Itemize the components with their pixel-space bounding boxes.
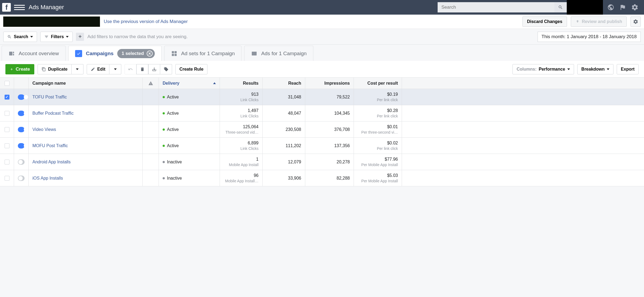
header-name[interactable]: Campaign name bbox=[29, 78, 143, 89]
create-button[interactable]: Create bbox=[5, 64, 34, 74]
globe-icon[interactable] bbox=[607, 4, 614, 11]
edit-label: Edit bbox=[97, 67, 105, 72]
table-row[interactable]: Android App Installs Inactive 1Mobile Ap… bbox=[0, 154, 644, 170]
delivery-cell: Inactive bbox=[159, 170, 220, 186]
duplicate-dropdown[interactable] bbox=[72, 64, 83, 74]
row-toggle[interactable] bbox=[14, 105, 29, 121]
table-header: Campaign name Delivery Results Reach Imp… bbox=[0, 78, 644, 89]
edit-dropdown[interactable] bbox=[109, 64, 121, 74]
review-publish-button[interactable]: Review and publish bbox=[571, 16, 627, 27]
columns-button[interactable]: Columns: Performance bbox=[512, 64, 574, 74]
row-toggle[interactable] bbox=[14, 170, 29, 186]
upload-icon bbox=[575, 19, 580, 24]
impressions-cell: 20,278 bbox=[305, 154, 354, 170]
cost-cell: $5.03Per Mobile App Install bbox=[354, 170, 402, 186]
row-toggle[interactable] bbox=[14, 121, 29, 137]
row-spacer bbox=[402, 170, 644, 186]
search-filter-button[interactable]: Search bbox=[3, 32, 37, 42]
add-filter-button[interactable]: + bbox=[76, 33, 84, 41]
tab-campaigns[interactable]: Campaigns 1 selected ✕ bbox=[68, 46, 162, 61]
campaigns-table: Campaign name Delivery Results Reach Imp… bbox=[0, 78, 644, 186]
table-row[interactable]: Buffer Podcast Traffic Active 1,497Link … bbox=[0, 105, 644, 121]
discard-changes-button[interactable]: Discard Changes bbox=[522, 16, 567, 27]
tab-account-overview[interactable]: Account overview bbox=[2, 46, 66, 61]
hamburger-icon[interactable] bbox=[14, 2, 25, 13]
campaign-name-cell[interactable]: MOFU Post Traffic bbox=[29, 138, 143, 154]
header-delivery[interactable]: Delivery bbox=[159, 78, 220, 89]
tag-button[interactable] bbox=[160, 64, 172, 74]
row-checkbox[interactable] bbox=[0, 138, 14, 154]
search-icon bbox=[558, 5, 563, 10]
delivery-cell: Active bbox=[159, 89, 220, 105]
duplicate-button[interactable]: Duplicate bbox=[38, 64, 72, 74]
campaign-name-cell[interactable]: iOS App Installs bbox=[29, 170, 143, 186]
ads-icon bbox=[251, 50, 257, 57]
tab-row: Account overview Campaigns 1 selected ✕ … bbox=[0, 45, 644, 61]
table-row[interactable]: iOS App Installs Inactive 96Mobile App I… bbox=[0, 170, 644, 186]
export-icon bbox=[152, 67, 157, 72]
tab-adsets[interactable]: Ad sets for 1 Campaign bbox=[164, 46, 242, 61]
filters-button[interactable]: Filters bbox=[40, 32, 73, 42]
campaign-name-cell[interactable]: Buffer Podcast Traffic bbox=[29, 105, 143, 121]
header-delivery-label: Delivery bbox=[163, 81, 179, 86]
account-menu[interactable] bbox=[567, 0, 603, 15]
create-label: Create bbox=[16, 67, 30, 72]
reach-cell: 33,906 bbox=[263, 170, 305, 186]
svg-rect-0 bbox=[9, 52, 12, 55]
header-warning bbox=[143, 78, 159, 89]
row-spacer bbox=[402, 154, 644, 170]
undo-button[interactable] bbox=[125, 64, 136, 74]
tab-ads[interactable]: Ads for 1 Campaign bbox=[244, 46, 313, 61]
ad-account-selector[interactable] bbox=[3, 16, 100, 27]
header-results[interactable]: Results bbox=[220, 78, 263, 89]
campaign-name-cell[interactable]: Video Views bbox=[29, 121, 143, 137]
reach-cell: 31,048 bbox=[263, 89, 305, 105]
row-checkbox[interactable] bbox=[0, 121, 14, 137]
table-row[interactable]: TOFU Post Traffic Active 913Link Clicks … bbox=[0, 89, 644, 105]
create-rule-button[interactable]: Create Rule bbox=[175, 64, 207, 74]
header-impressions[interactable]: Impressions bbox=[305, 78, 354, 89]
warning-cell bbox=[143, 170, 159, 186]
reach-cell: 48,047 bbox=[263, 105, 305, 121]
date-range-picker[interactable]: This month: 1 January 2018 - 18 January … bbox=[538, 32, 641, 42]
impressions-cell: 376,708 bbox=[305, 121, 354, 137]
filter-placeholder: Add filters to narrow the data that you … bbox=[87, 34, 187, 39]
row-toggle[interactable] bbox=[14, 138, 29, 154]
row-checkbox[interactable] bbox=[0, 170, 14, 186]
table-toolbar: Create Duplicate Edit Create Rule Column… bbox=[0, 61, 644, 78]
previous-version-link[interactable]: Use the previous version of Ads Manager bbox=[104, 19, 188, 24]
row-checkbox[interactable] bbox=[0, 154, 14, 170]
settings-button[interactable] bbox=[630, 16, 641, 27]
delivery-cell: Active bbox=[159, 138, 220, 154]
export-button[interactable]: Export bbox=[617, 64, 639, 74]
export-icon-button[interactable] bbox=[148, 64, 160, 74]
tab-ads-label: Ads for 1 Campaign bbox=[261, 51, 307, 57]
edit-button[interactable]: Edit bbox=[87, 64, 109, 74]
impressions-cell: 104,345 bbox=[305, 105, 354, 121]
table-row[interactable]: MOFU Post Traffic Active 6,899Link Click… bbox=[0, 138, 644, 154]
search-filter-label: Search bbox=[14, 34, 28, 39]
select-all-header[interactable] bbox=[0, 78, 14, 89]
row-checkbox[interactable] bbox=[0, 105, 14, 121]
clear-selection-button[interactable]: ✕ bbox=[147, 51, 153, 57]
search-input[interactable] bbox=[438, 2, 554, 12]
campaign-name-cell[interactable]: TOFU Post Traffic bbox=[29, 89, 143, 105]
facebook-logo[interactable]: f bbox=[2, 3, 11, 12]
campaign-name-cell[interactable]: Android App Installs bbox=[29, 154, 143, 170]
selected-count-pill: 1 selected ✕ bbox=[117, 49, 155, 58]
row-checkbox[interactable] bbox=[0, 89, 14, 105]
gear-icon[interactable] bbox=[631, 4, 639, 11]
header-cost[interactable]: Cost per result bbox=[354, 78, 402, 89]
flag-icon[interactable] bbox=[619, 4, 626, 11]
delivery-cell: Active bbox=[159, 121, 220, 137]
row-toggle[interactable] bbox=[14, 89, 29, 105]
header-reach[interactable]: Reach bbox=[263, 78, 305, 89]
chevron-down-icon bbox=[607, 68, 609, 70]
plus-icon bbox=[10, 67, 14, 71]
table-row[interactable]: Video Views Active 125,064Three-second v… bbox=[0, 121, 644, 138]
search-button[interactable] bbox=[554, 2, 567, 12]
delete-button[interactable] bbox=[136, 64, 148, 74]
row-toggle[interactable] bbox=[14, 154, 29, 170]
breakdown-button[interactable]: Breakdown bbox=[577, 64, 613, 74]
delivery-cell: Active bbox=[159, 105, 220, 121]
